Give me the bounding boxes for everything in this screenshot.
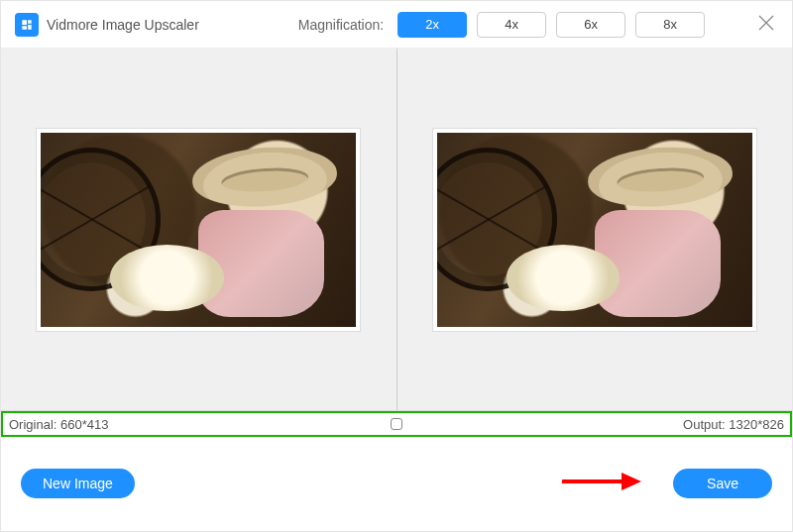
dimensions-info-bar: Original: 660*413 Output: 1320*826 — [1, 411, 792, 437]
annotation-arrow-icon — [560, 470, 643, 497]
header-bar: Vidmore Image Upscaler Magnification: 2x… — [1, 1, 792, 49]
save-button[interactable]: Save — [673, 469, 772, 498]
output-image-frame — [432, 128, 757, 332]
magnification-label: Magnification: — [298, 17, 384, 33]
output-image — [437, 133, 752, 327]
magnification-option-8x[interactable]: 8x — [635, 12, 705, 38]
app-window: Vidmore Image Upscaler Magnification: 2x… — [0, 0, 793, 532]
preview-area — [1, 49, 792, 411]
original-image — [41, 133, 356, 327]
app-title: Vidmore Image Upscaler — [47, 17, 199, 33]
footer-bar: New Image Save — [1, 437, 792, 530]
app-logo-icon — [15, 13, 39, 37]
compare-handle-icon[interactable] — [391, 418, 402, 430]
output-dimensions: Output: 1320*826 — [683, 417, 784, 432]
output-pane — [396, 49, 793, 410]
magnification-group: Magnification: 2x 4x 6x 8x — [298, 12, 705, 38]
magnification-option-4x[interactable]: 4x — [477, 12, 546, 38]
magnification-option-2x[interactable]: 2x — [397, 12, 467, 38]
close-icon[interactable] — [756, 13, 776, 33]
magnification-option-6x[interactable]: 6x — [556, 12, 625, 38]
svg-marker-3 — [622, 473, 641, 490]
new-image-button[interactable]: New Image — [21, 469, 135, 498]
original-pane — [1, 49, 396, 410]
original-dimensions: Original: 660*413 — [9, 417, 109, 432]
original-image-frame — [36, 128, 361, 332]
